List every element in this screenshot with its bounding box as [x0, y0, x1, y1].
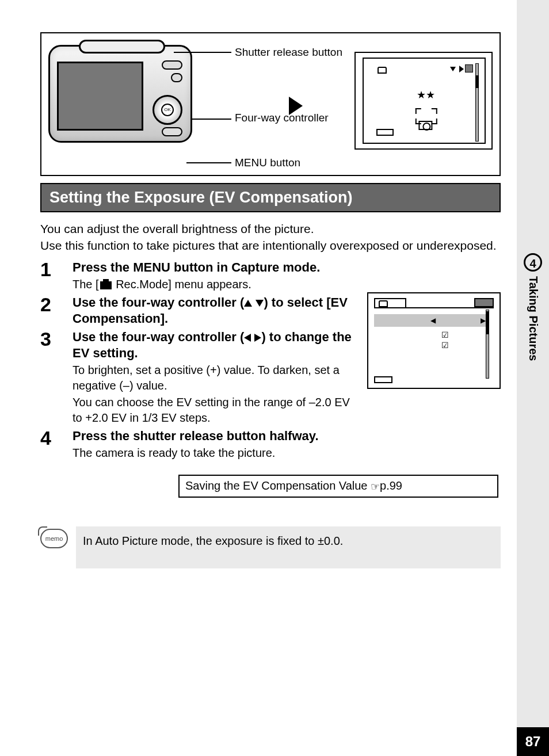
checkbox-icon: ☑ — [441, 341, 449, 350]
step-3: 3 Use the four-way controller ( ) to cha… — [40, 329, 358, 426]
settings-icon — [465, 64, 473, 72]
step-number: 2 — [40, 295, 73, 327]
step-number: 1 — [40, 259, 73, 292]
camera-icon — [378, 67, 387, 74]
play-icon — [459, 66, 464, 72]
memo-text: In Auto Picture mode, the exposure is fi… — [76, 526, 501, 568]
step-1: 1 Press the MENU button in Capture mode.… — [40, 259, 501, 292]
ok-icon: OK — [161, 104, 174, 116]
camera-illustration: OK — [48, 45, 192, 148]
diagram-box: OK Shutter release button Four-way contr… — [40, 32, 501, 176]
quality-stars-icon: ★★ — [417, 89, 435, 101]
step-4-title: Press the shutter release button halfway… — [73, 428, 501, 444]
dropdown-icon — [450, 67, 456, 71]
chapter-label: Taking Pictures — [527, 276, 540, 361]
step-1-desc: The [ Rec.Mode] menu appears. — [73, 277, 501, 292]
intro-line-1: You can adjust the overall brightness of… — [40, 222, 314, 235]
intro-text: You can adjust the overall brightness of… — [40, 220, 501, 254]
step-number: 4 — [40, 428, 73, 461]
right-icon — [254, 334, 261, 342]
page-content: OK Shutter release button Four-way contr… — [40, 32, 501, 568]
checkbox-icon: ☑ — [441, 330, 449, 339]
menu-preview: ◀ ▶ ☑ ☑ — [367, 292, 501, 389]
cross-reference: Saving the EV Compensation Value ☞p.99 — [178, 475, 498, 498]
settings-tab-icon — [474, 298, 494, 307]
label-four-way-controller: Four-way controller — [235, 112, 329, 124]
left-icon: ◀ — [430, 316, 436, 324]
arrow-right-icon — [289, 97, 303, 115]
chapter-number: 4 — [524, 253, 542, 272]
page-number: 87 — [517, 727, 549, 756]
left-icon — [244, 334, 251, 342]
memo-icon: memo — [40, 529, 68, 548]
step-4: 4 Press the shutter release button halfw… — [40, 428, 501, 461]
step-3-desc-b: You can choose the EV setting in the ran… — [73, 395, 358, 426]
steps-list: 1 Press the MENU button in Capture mode.… — [40, 259, 501, 461]
pointing-hand-icon: ☞ — [371, 480, 380, 493]
reference-page: p.99 — [380, 479, 402, 492]
label-menu-button: MENU button — [235, 156, 300, 169]
step-1-title: Press the MENU button in Capture mode. — [73, 259, 501, 276]
down-icon — [256, 300, 264, 307]
lcd-preview: ★★ — [354, 52, 493, 150]
right-icon: ▶ — [481, 316, 486, 324]
step-3-desc-a: To brighten, set a positive (+) value. T… — [73, 362, 358, 394]
side-tab: 4 Taking Pictures — [517, 253, 549, 385]
intro-line-2: Use this function to take pictures that … — [40, 239, 497, 252]
camera-icon — [379, 300, 388, 307]
memo-block: memo In Auto Picture mode, the exposure … — [40, 526, 501, 568]
reference-text: Saving the EV Compensation Value — [185, 479, 371, 492]
label-shutter-release: Shutter release button — [235, 46, 342, 59]
step-number: 3 — [40, 329, 73, 426]
step-4-desc: The camera is ready to take the picture. — [73, 445, 501, 461]
camera-icon — [100, 281, 112, 289]
step-2: 2 Use the four-way controller ( ) to sel… — [40, 295, 358, 327]
step-3-title: Use the four-way controller ( ) to chang… — [73, 329, 358, 361]
up-icon — [244, 300, 252, 307]
section-heading: Setting the Exposure (EV Compensation) — [40, 183, 501, 212]
metering-icon — [418, 121, 432, 130]
step-2-title: Use the four-way controller ( ) to selec… — [73, 295, 358, 327]
